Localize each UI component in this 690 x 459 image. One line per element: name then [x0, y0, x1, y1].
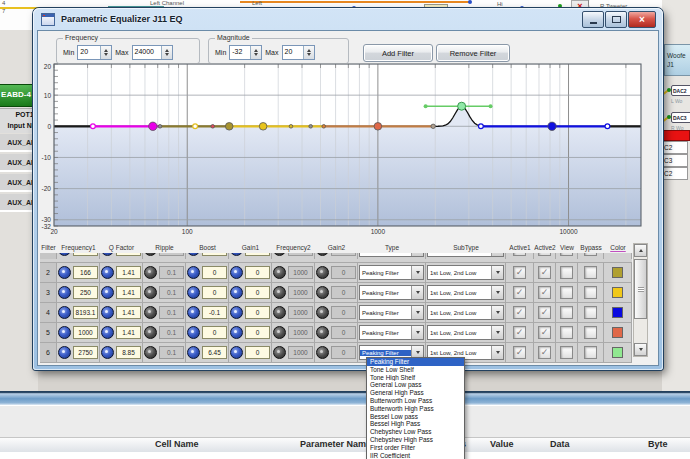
combo-arrow-button[interactable] — [491, 346, 503, 359]
dropdown-item[interactable]: Tone Low Shelf — [367, 366, 464, 374]
combo-arrow-button[interactable] — [411, 326, 423, 339]
knob-icon[interactable] — [187, 253, 200, 256]
subtype-combobox[interactable]: 1st Low, 2nd Low — [427, 305, 504, 320]
dropdown-item[interactable]: Butterworth High Pass — [367, 405, 464, 413]
bypass-checkbox[interactable] — [584, 346, 597, 359]
dac-block-2[interactable]: DAC3 — [671, 112, 690, 123]
dropdown-item[interactable]: First order Filter — [367, 444, 464, 452]
knob-icon[interactable] — [230, 253, 243, 256]
dropdown-item[interactable]: Bessel Low pass — [367, 413, 464, 421]
boost-value[interactable]: 0 — [202, 266, 227, 279]
dropdown-item[interactable]: Chebyshev Low Pass — [367, 428, 464, 436]
boost-value[interactable]: 0 — [202, 326, 227, 339]
maximize-button[interactable] — [605, 11, 627, 28]
knob-icon[interactable] — [58, 306, 71, 319]
column-header-filter[interactable]: Filter — [40, 243, 57, 253]
right-table-row[interactable]: C2 — [662, 167, 688, 180]
view-checkbox[interactable] — [560, 253, 573, 256]
knob-icon[interactable] — [230, 346, 243, 359]
peak-center-handle[interactable] — [458, 102, 466, 110]
bottom-table-header-byte[interactable]: Byte — [648, 439, 668, 449]
woofer-block[interactable]: Woofe J1 — [664, 44, 690, 76]
filter-marker[interactable] — [322, 125, 326, 129]
knob-icon[interactable] — [187, 346, 200, 359]
right-table-row[interactable]: C2 — [662, 141, 688, 154]
active2-checkbox[interactable]: ✓ — [538, 346, 551, 359]
filter-marker[interactable] — [478, 124, 483, 129]
knob-icon[interactable] — [101, 286, 114, 299]
column-header-color[interactable]: Color — [604, 243, 632, 253]
active1-checkbox[interactable]: ✓ — [513, 326, 526, 339]
gain1-value[interactable]: 0 — [245, 326, 270, 339]
filter-type-dropdown-list[interactable]: Peaking FilterTone Low ShelfTone High Sh… — [366, 357, 465, 459]
column-header-view[interactable]: View — [556, 243, 578, 253]
dropdown-item[interactable]: Tone High Shelf — [367, 374, 464, 382]
combo-arrow-button[interactable] — [491, 326, 503, 339]
dialog-title-bar[interactable]: Parametric Equalizer J11 EQ × — [33, 8, 663, 30]
knob-icon[interactable] — [101, 306, 114, 319]
type-combobox-value[interactable]: Peaking Filter — [360, 330, 411, 336]
filter-color-swatch[interactable] — [612, 267, 623, 278]
freq-min-spinner[interactable]: 20 — [77, 45, 112, 60]
knob-icon[interactable] — [230, 266, 243, 279]
freq-min-spin-buttons[interactable] — [100, 46, 111, 59]
type-combobox-value[interactable]: Peaking Filter — [360, 350, 411, 356]
filter-marker[interactable] — [211, 125, 215, 129]
bypass-checkbox[interactable] — [584, 253, 597, 256]
q_factor-value[interactable]: 1.41 — [116, 286, 141, 299]
active2-checkbox[interactable]: ✓ — [538, 326, 551, 339]
active1-checkbox[interactable]: ✓ — [513, 286, 526, 299]
boost-value[interactable]: -0.1 — [202, 306, 227, 319]
frequency1-value[interactable] — [73, 253, 98, 256]
knob-icon[interactable] — [58, 326, 71, 339]
column-header-bypass[interactable]: Bypass — [578, 243, 604, 253]
view-checkbox[interactable] — [560, 306, 573, 319]
filter-color-swatch[interactable] — [612, 327, 623, 338]
mag-min-value[interactable]: -32 — [230, 46, 250, 59]
minimize-button[interactable] — [582, 11, 604, 28]
subtype-combobox[interactable] — [427, 253, 504, 257]
combo-arrow-button[interactable] — [491, 253, 503, 256]
column-header-q-factor[interactable]: Q Factor — [100, 243, 143, 253]
peak-handle-right[interactable] — [489, 104, 493, 108]
filter-marker[interactable] — [91, 124, 96, 129]
combo-arrow-button[interactable] — [411, 266, 423, 279]
knob-icon[interactable] — [101, 346, 114, 359]
combo-arrow-button[interactable] — [411, 253, 423, 256]
knob-icon[interactable] — [58, 286, 71, 299]
combo-arrow-button[interactable] — [411, 306, 423, 319]
filter-marker[interactable] — [193, 124, 198, 129]
dropdown-item[interactable]: Butterworth Low Pass — [367, 397, 464, 405]
filter-marker[interactable] — [289, 125, 293, 129]
active2-checkbox[interactable]: ✓ — [538, 306, 551, 319]
dac-block-1[interactable]: DAC2 — [671, 85, 690, 96]
q_factor-value[interactable]: 8.85 — [116, 346, 141, 359]
frequency1-value[interactable]: 1000 — [73, 326, 98, 339]
q_factor-value[interactable]: 1.41 — [116, 266, 141, 279]
column-header-ripple[interactable]: Ripple — [143, 243, 186, 253]
filter-marker[interactable] — [374, 123, 382, 131]
subtype-combobox[interactable]: 1st Low, 2nd Low — [427, 265, 504, 280]
column-header-frequency1[interactable]: Frequency1 — [57, 243, 100, 253]
bypass-checkbox[interactable] — [584, 286, 597, 299]
scroll-up-button[interactable] — [634, 244, 647, 257]
mag-max-spin-buttons[interactable] — [303, 46, 314, 59]
frequency1-value[interactable]: 8193.1 — [73, 306, 98, 319]
eq-response-chart[interactable] — [53, 63, 642, 227]
dropdown-item[interactable]: Bessel High Pass — [367, 420, 464, 428]
filter-marker[interactable] — [431, 124, 435, 128]
knob-icon[interactable] — [187, 306, 200, 319]
type-combobox-value[interactable]: Peaking Filter — [360, 290, 411, 296]
filter-marker[interactable] — [225, 123, 233, 131]
combo-arrow-button[interactable] — [491, 266, 503, 279]
subtype-combobox-value[interactable]: 1st Low, 2nd Low — [428, 330, 491, 336]
subtype-combobox-value[interactable]: 1st Low, 2nd Low — [428, 350, 491, 356]
knob-icon[interactable] — [187, 326, 200, 339]
combo-arrow-button[interactable] — [411, 286, 423, 299]
filter-color-swatch[interactable] — [612, 307, 623, 318]
filter-color-swatch[interactable] — [612, 347, 623, 358]
knob-icon[interactable] — [187, 266, 200, 279]
close-button[interactable]: × — [628, 11, 656, 28]
active1-checkbox[interactable]: ✓ — [513, 266, 526, 279]
bypass-checkbox[interactable] — [584, 326, 597, 339]
